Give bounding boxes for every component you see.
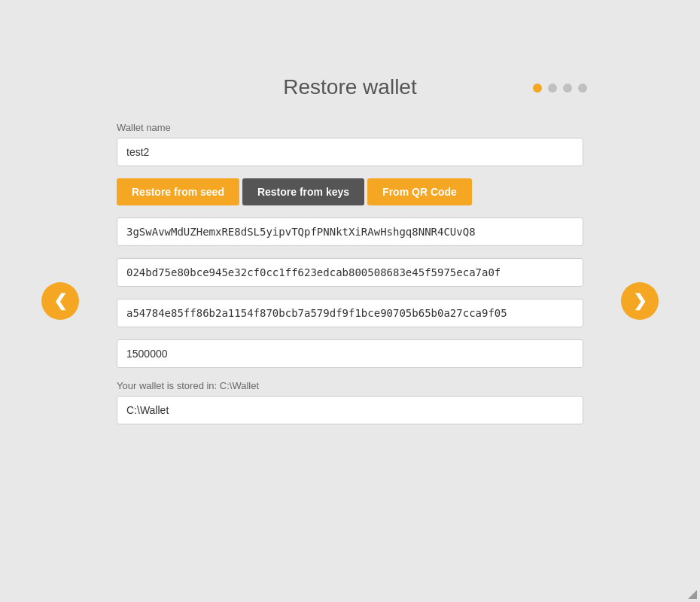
resize-handle[interactable] xyxy=(688,590,698,600)
wallet-path-group: Your wallet is stored in: C:\Wallet xyxy=(117,380,583,424)
restore-from-seed-tab[interactable]: Restore from seed xyxy=(117,178,239,205)
back-button[interactable]: ❮ xyxy=(41,282,79,320)
key-field-3-group xyxy=(117,299,583,327)
wallet-path-label: Your wallet is stored in: C:\Wallet xyxy=(117,380,583,391)
from-qr-code-tab[interactable]: From QR Code xyxy=(367,178,472,205)
restore-height-group xyxy=(117,339,583,368)
wallet-name-group: Wallet name xyxy=(117,122,583,166)
wallet-name-label: Wallet name xyxy=(117,122,583,133)
key-field-1-input[interactable] xyxy=(117,217,583,246)
chevron-left-icon: ❮ xyxy=(53,293,67,309)
forward-button[interactable]: ❯ xyxy=(621,282,659,320)
key-field-2-input[interactable] xyxy=(117,258,583,287)
wallet-path-input[interactable] xyxy=(117,396,583,424)
restore-height-input[interactable] xyxy=(117,339,583,368)
key-field-3-input[interactable] xyxy=(117,299,583,327)
page-title: Restore wallet xyxy=(117,75,583,99)
tab-group: Restore from seed Restore from keys From… xyxy=(117,178,583,205)
key-field-2-group xyxy=(117,258,583,287)
restore-from-keys-tab[interactable]: Restore from keys xyxy=(242,178,364,205)
main-content: Restore wallet Wallet name Restore from … xyxy=(117,75,583,436)
key-field-1-group xyxy=(117,217,583,246)
chevron-right-icon: ❯ xyxy=(633,293,647,309)
wallet-name-input[interactable] xyxy=(117,138,583,166)
